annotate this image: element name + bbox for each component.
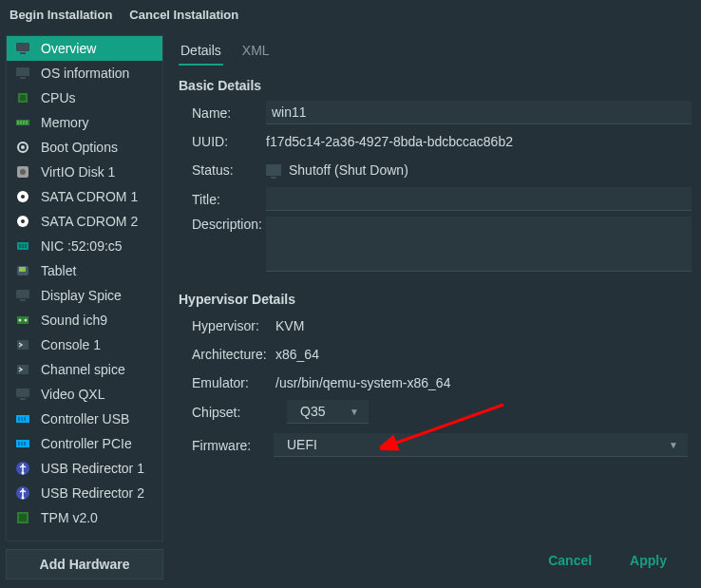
sidebar-item-memory[interactable]: Memory: [7, 110, 162, 135]
firmware-select[interactable]: UEFI ▼: [274, 433, 688, 457]
tab-details[interactable]: Details: [179, 39, 223, 66]
sidebar-item-sound-ich9[interactable]: Sound ich9: [7, 308, 162, 332]
description-input[interactable]: [266, 217, 692, 272]
sidebar-item-label: Sound ich9: [41, 313, 107, 328]
uuid-label: UUID:: [179, 134, 264, 149]
apply-button[interactable]: Apply: [630, 553, 667, 568]
svg-point-18: [21, 219, 25, 223]
chip-icon: [14, 89, 31, 106]
sidebar-item-os-information[interactable]: OS information: [7, 61, 162, 85]
svg-point-43: [22, 472, 25, 475]
sidebar-item-virtio-disk-1[interactable]: VirtIO Disk 1: [7, 160, 162, 184]
begin-installation-button[interactable]: Begin Installation: [9, 8, 112, 22]
chipset-select[interactable]: Q35 ▼: [287, 400, 369, 424]
svg-rect-25: [16, 290, 29, 298]
name-input[interactable]: [266, 101, 692, 124]
sidebar-item-boot-options[interactable]: Boot Options: [7, 135, 162, 160]
sidebar-item-label: TPM v2.0: [41, 510, 98, 525]
title-input[interactable]: [266, 187, 692, 211]
console-icon: [14, 336, 31, 353]
sidebar-item-nic-52-09-c5[interactable]: NIC :52:09:c5: [7, 234, 162, 258]
cd-icon: [14, 188, 31, 205]
hypervisor-label: Hypervisor:: [179, 318, 274, 333]
svg-rect-10: [26, 121, 28, 124]
cancel-button[interactable]: Cancel: [548, 553, 592, 568]
sidebar-item-controller-pcie[interactable]: Controller PCIe: [7, 431, 162, 456]
svg-rect-39: [18, 442, 20, 446]
sidebar-item-label: USB Redirector 1: [41, 461, 144, 476]
monitor-icon: [14, 386, 31, 403]
status-value: Shutoff (Shut Down): [289, 162, 408, 178]
usb-icon: [14, 484, 31, 502]
sound-icon: [14, 312, 31, 329]
console-icon: [14, 361, 31, 378]
title-label: Title:: [179, 192, 264, 207]
svg-point-45: [22, 497, 25, 500]
monitor-icon: [266, 164, 281, 176]
sidebar-item-label: Display Spice: [41, 288, 122, 303]
sidebar-item-label: Controller PCIe: [41, 436, 132, 451]
sidebar-item-label: Memory: [41, 115, 89, 130]
sidebar-item-label: SATA CDROM 1: [41, 189, 138, 204]
svg-rect-26: [20, 299, 26, 301]
usb-icon: [14, 460, 31, 477]
svg-rect-41: [24, 442, 26, 446]
cancel-installation-button[interactable]: Cancel Installation: [129, 8, 238, 22]
svg-rect-40: [21, 442, 23, 446]
sidebar-item-video-qxl[interactable]: Video QXL: [7, 382, 162, 407]
sidebar-item-label: Overview: [41, 41, 96, 56]
svg-rect-2: [16, 67, 29, 76]
sidebar-item-label: SATA CDROM 2: [41, 214, 138, 229]
svg-rect-22: [25, 244, 27, 248]
svg-point-14: [20, 169, 26, 175]
svg-rect-1: [20, 52, 26, 54]
svg-point-29: [25, 319, 28, 322]
firmware-value: UEFI: [287, 437, 317, 452]
description-label: Description:: [179, 217, 264, 232]
sidebar-item-label: NIC :52:09:c5: [41, 238, 123, 254]
svg-rect-32: [16, 389, 29, 397]
status-label: Status:: [179, 162, 264, 178]
sidebar-item-label: VirtIO Disk 1: [41, 164, 115, 180]
sidebar-item-usb-redirector-1[interactable]: USB Redirector 1: [7, 456, 162, 481]
svg-rect-20: [19, 244, 21, 248]
sidebar-item-usb-redirector-2[interactable]: USB Redirector 2: [7, 481, 162, 505]
svg-rect-9: [23, 121, 25, 124]
sidebar-item-sata-cdrom-1[interactable]: SATA CDROM 1: [7, 184, 162, 209]
sidebar-item-channel-spice[interactable]: Channel spice: [7, 357, 162, 382]
disk-icon: [14, 163, 31, 180]
chipset-label: Chipset:: [179, 405, 274, 420]
sidebar-item-console-1[interactable]: Console 1: [7, 332, 162, 357]
svg-rect-21: [22, 244, 24, 248]
sidebar-item-cpus[interactable]: CPUs: [7, 85, 162, 110]
sidebar-item-tpm-v2-0[interactable]: TPM v2.0: [7, 505, 162, 530]
basic-details-heading: Basic Details: [179, 78, 692, 93]
content-pane: Details XML Basic Details Name: UUID: f1…: [169, 29, 701, 585]
monitor-icon: [14, 65, 31, 82]
sidebar-item-display-spice[interactable]: Display Spice: [7, 283, 162, 308]
tpm-icon: [14, 509, 31, 526]
svg-rect-8: [20, 121, 22, 124]
add-hardware-button[interactable]: Add Hardware: [6, 549, 163, 579]
tab-xml[interactable]: XML: [240, 39, 272, 66]
sidebar: OverviewOS informationCPUsMemoryBoot Opt…: [6, 35, 163, 541]
svg-point-28: [19, 319, 22, 322]
emulator-label: Emulator:: [179, 375, 274, 390]
sidebar-item-tablet[interactable]: Tablet: [7, 258, 162, 283]
sidebar-item-controller-usb[interactable]: Controller USB: [7, 407, 162, 431]
svg-rect-0: [16, 43, 29, 51]
svg-rect-36: [21, 417, 23, 421]
monitor-icon: [14, 287, 31, 304]
sidebar-item-label: USB Redirector 2: [41, 485, 144, 501]
monitor-icon: [14, 40, 31, 57]
svg-point-16: [21, 195, 25, 199]
svg-rect-3: [20, 77, 26, 79]
ctrl-icon: [14, 435, 31, 452]
nic-icon: [14, 237, 31, 255]
svg-rect-24: [19, 267, 26, 272]
sidebar-item-sata-cdrom-2[interactable]: SATA CDROM 2: [7, 209, 162, 234]
chevron-down-icon: ▼: [669, 440, 678, 450]
firmware-label: Firmware:: [179, 438, 274, 453]
svg-point-12: [21, 145, 25, 149]
sidebar-item-overview[interactable]: Overview: [7, 36, 162, 61]
